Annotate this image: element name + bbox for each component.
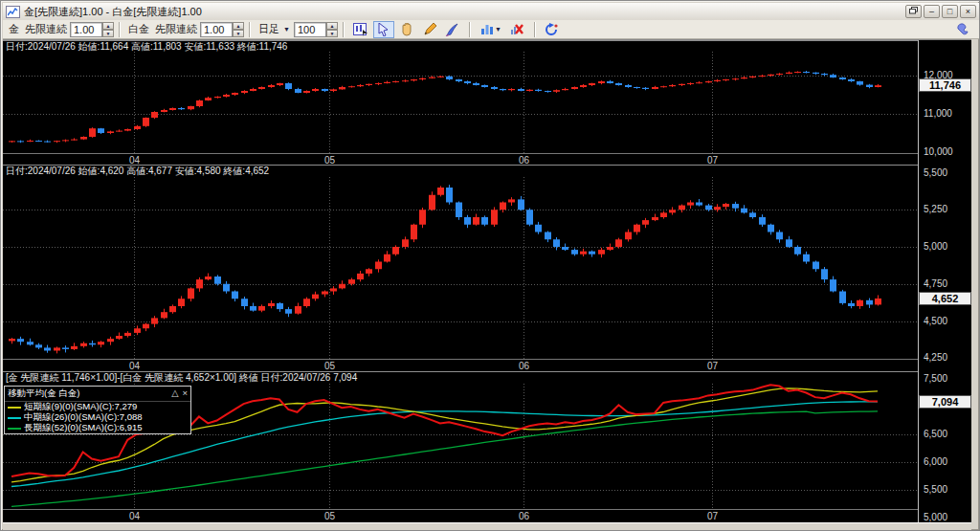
legend-close-icon[interactable]: × <box>182 387 188 400</box>
toolbar-separator <box>249 22 251 37</box>
hand-pan-button[interactable] <box>396 21 417 38</box>
platinum-ratio-input[interactable]: 1.00 <box>200 22 233 37</box>
window-title: 金[先限連続]1.00 - 白金[先限連続]1.00 <box>24 5 903 19</box>
y-axis-label: 5,500 <box>924 485 947 495</box>
spread-panel: [金 先限連続 11,746×1.00]-[白金 先限連続 4,652×1.00… <box>3 371 918 523</box>
x-axis-label: 05 <box>324 361 335 371</box>
gold-info-line: 日付:2024/07/26 始値:11,664 高値:11,803 安値:11,… <box>3 40 918 52</box>
y-axis-label: 7,500 <box>924 374 947 384</box>
legend-line-swatch <box>8 428 21 430</box>
refresh-button[interactable] <box>542 21 563 38</box>
gold-ratio-input[interactable]: 1.00 <box>70 22 102 37</box>
y-axis-label: 4,250 <box>924 353 947 363</box>
chart-area: 日付:2024/07/26 始値:11,664 高値:11,803 安値:11,… <box>3 39 971 522</box>
legend-title: 移動平均(金 白金) <box>8 387 167 400</box>
platinum-ratio-spinner[interactable]: ▲▼ <box>233 22 244 37</box>
y-axis-label: 5,250 <box>924 205 947 214</box>
annotation-pen-button[interactable] <box>442 21 463 38</box>
platinum-chart-canvas[interactable] <box>3 177 918 359</box>
legend-collapse-icon[interactable]: △ <box>171 387 178 400</box>
timeframe-dropdown[interactable]: 日足 <box>258 22 279 36</box>
y-axis-label: 6,500 <box>924 430 947 439</box>
y-axis-label: 10,000 <box>924 147 953 157</box>
gold-chart-canvas[interactable] <box>3 52 918 153</box>
y-axis-label: 5,000 <box>924 242 947 252</box>
legend-line-swatch <box>8 407 21 409</box>
indicator-dropdown-arrow[interactable]: ▼ <box>495 26 501 33</box>
legend-item-label: 長期線(52)(0)(SMA)(C):6,915 <box>24 422 143 434</box>
toolbar-separator <box>343 22 345 37</box>
gold-panel: 日付:2024/07/26 始値:11,664 高値:11,803 安値:11,… <box>3 40 918 165</box>
gold-series-label: 先限連続 <box>25 22 67 36</box>
minimize-button[interactable]: – <box>924 5 940 18</box>
last-price-box: 7,094 <box>919 395 971 409</box>
platinum-info-line: 日付:2024/07/26 始値:4,620 高値:4,677 安値:4,580… <box>3 165 918 176</box>
legend-line-swatch <box>8 417 21 419</box>
price-axis-gutter: 12,00011,00010,00011,7465,5005,2505,0004… <box>918 40 971 523</box>
app-icon <box>6 6 20 18</box>
timeframe-dropdown-arrow[interactable]: ▼ <box>283 26 290 33</box>
remove-indicator-button[interactable] <box>507 21 528 38</box>
title-bar: 金[先限連続]1.00 - 白金[先限連続]1.00 – □ × <box>3 3 979 20</box>
cascade-windows-button[interactable] <box>905 5 922 18</box>
window-bottom-edge <box>3 522 971 530</box>
toolbar: 金 先限連続 1.00 ▲▼ 白金 先限連続 1.00 ▲▼ 日足 ▼ 100 … <box>3 20 979 39</box>
gold-ratio-spinner[interactable]: ▲▼ <box>102 22 114 37</box>
x-axis-label: 05 <box>324 511 335 521</box>
close-button[interactable]: × <box>960 5 976 18</box>
platinum-label: 白金 <box>128 22 149 36</box>
indicator-chart-button[interactable]: ▼ <box>477 21 505 38</box>
toolbar-separator <box>469 22 471 37</box>
platinum-panel: 日付:2024/07/26 始値:4,620 高値:4,677 安値:4,580… <box>3 165 918 371</box>
platinum-x-axis: 04050607 <box>3 359 918 371</box>
last-price-box: 11,746 <box>919 78 971 92</box>
x-axis-label: 07 <box>707 511 718 521</box>
app-window: 金[先限連続]1.00 - 白金[先限連続]1.00 – □ × 金 先限連続 … <box>0 0 980 531</box>
y-axis-label: 4,750 <box>924 279 947 289</box>
moving-average-legend: 移動平均(金 白金) △ × 短期線(9)(0)(SMA)(C):7,279中期… <box>4 386 191 434</box>
settings-wrench-icon[interactable] <box>956 23 969 38</box>
kline-chart-tool-button[interactable] <box>350 21 371 38</box>
platinum-series-label: 先限連続 <box>155 22 197 36</box>
select-cursor-button[interactable] <box>373 21 394 38</box>
bar-count-input[interactable]: 100 <box>294 22 326 37</box>
y-axis-label: 4,500 <box>924 317 947 326</box>
last-price-box: 4,652 <box>919 292 971 305</box>
y-axis-label: 11,000 <box>924 109 952 119</box>
spread-info-line: [金 先限連続 11,746×1.00]-[白金 先限連続 4,652×1.00… <box>3 371 918 383</box>
x-axis-label: 04 <box>129 511 140 521</box>
x-axis-label: 06 <box>519 511 529 521</box>
gold-label: 金 <box>9 22 19 36</box>
pencil-draw-button[interactable] <box>419 21 440 38</box>
x-axis-label: 04 <box>129 361 140 371</box>
maximize-button[interactable]: □ <box>942 5 958 18</box>
x-axis-label: 06 <box>519 361 529 371</box>
y-axis-label: 5,500 <box>924 168 947 178</box>
bar-count-spinner[interactable]: ▲▼ <box>326 22 338 37</box>
toolbar-separator <box>534 22 536 37</box>
legend-item: 長期線(52)(0)(SMA)(C):6,915 <box>5 423 190 433</box>
spread-x-axis: 04050607 <box>3 509 918 521</box>
y-axis-label: 6,000 <box>924 457 947 467</box>
y-axis-label: 5,000 <box>924 513 947 522</box>
toolbar-separator <box>119 22 121 37</box>
x-axis-label: 07 <box>707 361 718 371</box>
